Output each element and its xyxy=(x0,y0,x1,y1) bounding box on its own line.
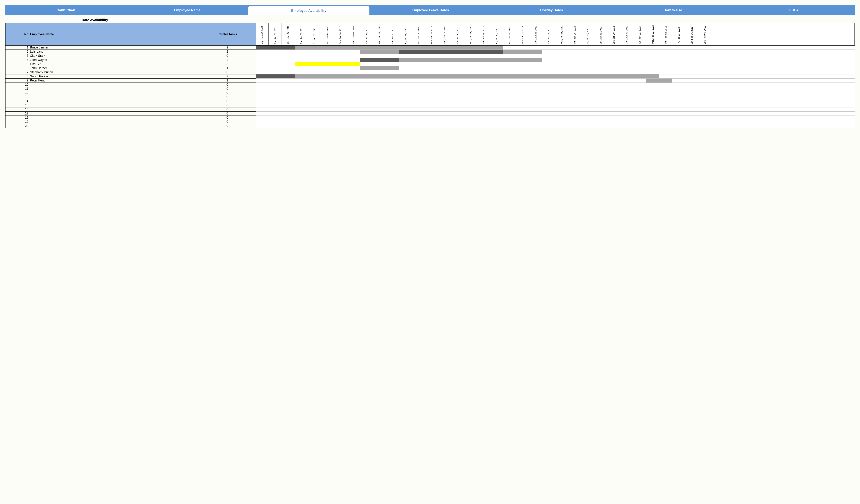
cell-date[interactable] xyxy=(633,46,646,50)
cell-date[interactable] xyxy=(347,95,360,99)
cell-no[interactable]: 18 xyxy=(5,116,29,120)
cell-date[interactable] xyxy=(633,78,646,83)
cell-date[interactable] xyxy=(620,124,633,128)
cell-date[interactable] xyxy=(568,62,581,66)
cell-date[interactable] xyxy=(282,66,295,70)
cell-date[interactable] xyxy=(698,50,712,54)
cell-date[interactable] xyxy=(659,54,672,58)
cell-date[interactable] xyxy=(594,66,607,70)
cell-date[interactable] xyxy=(334,70,347,74)
cell-date[interactable] xyxy=(646,58,659,62)
cell-employee-name[interactable]: John Harper xyxy=(29,66,199,70)
cell-date[interactable] xyxy=(386,50,399,54)
cell-date[interactable] xyxy=(529,91,542,95)
cell-date[interactable] xyxy=(555,66,568,70)
cell-date[interactable] xyxy=(672,91,685,95)
tab-how-to-use[interactable]: How to Use xyxy=(612,5,733,15)
cell-date[interactable] xyxy=(620,91,633,95)
cell-date[interactable] xyxy=(490,103,503,107)
cell-date[interactable] xyxy=(464,66,477,70)
cell-date[interactable] xyxy=(256,103,269,107)
cell-date[interactable] xyxy=(269,50,282,54)
cell-date[interactable] xyxy=(464,70,477,74)
cell-date[interactable] xyxy=(386,120,399,124)
cell-date[interactable] xyxy=(321,91,334,95)
cell-date[interactable] xyxy=(438,74,451,78)
cell-date[interactable] xyxy=(386,95,399,99)
cell-date[interactable] xyxy=(568,95,581,99)
cell-date[interactable] xyxy=(555,120,568,124)
cell-date[interactable] xyxy=(269,62,282,66)
cell-date[interactable] xyxy=(542,54,555,58)
cell-date[interactable] xyxy=(555,58,568,62)
cell-no[interactable]: 15 xyxy=(5,103,29,107)
cell-date[interactable] xyxy=(477,83,490,87)
cell-date[interactable] xyxy=(607,58,620,62)
cell-employee-name[interactable]: Stephany Duhon xyxy=(29,70,199,74)
cell-date[interactable] xyxy=(295,99,308,103)
cell-date[interactable] xyxy=(581,78,594,83)
cell-date[interactable] xyxy=(542,50,555,54)
cell-date[interactable] xyxy=(451,95,464,99)
cell-employee-name[interactable] xyxy=(29,103,199,107)
cell-date[interactable] xyxy=(386,62,399,66)
cell-date[interactable] xyxy=(542,112,555,116)
tab-employee-name[interactable]: Employee Name xyxy=(127,5,248,15)
cell-date[interactable] xyxy=(607,112,620,116)
cell-date[interactable] xyxy=(659,120,672,124)
cell-date[interactable] xyxy=(295,70,308,74)
cell-date[interactable] xyxy=(282,74,295,78)
cell-date[interactable] xyxy=(594,62,607,66)
cell-date[interactable] xyxy=(464,74,477,78)
cell-date[interactable] xyxy=(698,116,712,120)
cell-date[interactable] xyxy=(529,95,542,99)
cell-date[interactable] xyxy=(516,74,529,78)
cell-date[interactable] xyxy=(477,116,490,120)
cell-no[interactable]: 3 xyxy=(5,54,29,58)
cell-date[interactable] xyxy=(529,58,542,62)
cell-date[interactable] xyxy=(490,70,503,74)
cell-date[interactable] xyxy=(503,83,516,87)
cell-date[interactable] xyxy=(373,46,386,50)
cell-date[interactable] xyxy=(659,66,672,70)
cell-date[interactable] xyxy=(308,120,321,124)
cell-date[interactable] xyxy=(321,70,334,74)
cell-date[interactable] xyxy=(568,91,581,95)
cell-date[interactable] xyxy=(360,70,373,74)
cell-date[interactable] xyxy=(672,83,685,87)
cell-date[interactable] xyxy=(425,116,438,120)
cell-date[interactable] xyxy=(282,124,295,128)
cell-date[interactable] xyxy=(399,112,412,116)
cell-date[interactable] xyxy=(620,78,633,83)
cell-date[interactable] xyxy=(347,62,360,66)
cell-date[interactable] xyxy=(516,103,529,107)
cell-date[interactable] xyxy=(620,54,633,58)
cell-date[interactable] xyxy=(659,50,672,54)
cell-date[interactable] xyxy=(308,74,321,78)
cell-date[interactable] xyxy=(256,112,269,116)
cell-date[interactable] xyxy=(269,95,282,99)
cell-no[interactable]: 17 xyxy=(5,112,29,116)
table-row[interactable]: 5Lisa Girl3 xyxy=(5,62,855,66)
cell-no[interactable]: 7 xyxy=(5,70,29,74)
cell-parallel-tasks[interactable]: 0 xyxy=(199,107,256,112)
cell-date[interactable] xyxy=(698,120,712,124)
cell-date[interactable] xyxy=(555,70,568,74)
cell-date[interactable] xyxy=(347,116,360,120)
cell-date[interactable] xyxy=(529,120,542,124)
cell-date[interactable] xyxy=(646,112,659,116)
cell-date[interactable] xyxy=(256,107,269,112)
cell-date[interactable] xyxy=(399,120,412,124)
cell-parallel-tasks[interactable]: 0 xyxy=(199,91,256,95)
tab-holiday-dates[interactable]: Holiday Dates xyxy=(491,5,612,15)
cell-date[interactable] xyxy=(620,95,633,99)
cell-date[interactable] xyxy=(503,70,516,74)
cell-date[interactable] xyxy=(659,112,672,116)
cell-date[interactable] xyxy=(633,99,646,103)
cell-date[interactable] xyxy=(685,70,698,74)
cell-date[interactable] xyxy=(646,83,659,87)
cell-date[interactable] xyxy=(672,70,685,74)
cell-date[interactable] xyxy=(360,74,373,78)
cell-date[interactable] xyxy=(464,78,477,83)
cell-date[interactable] xyxy=(490,120,503,124)
